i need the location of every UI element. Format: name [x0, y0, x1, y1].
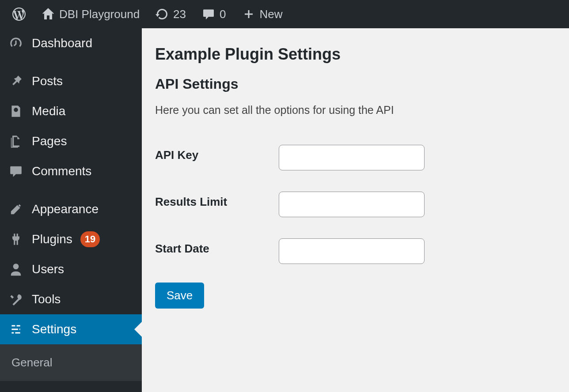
- sidebar-item-label: Users: [32, 262, 64, 276]
- users-icon: [8, 261, 24, 277]
- comments-icon: [8, 163, 24, 179]
- dashboard-icon: [8, 35, 24, 51]
- save-button[interactable]: Save: [155, 283, 204, 309]
- sidebar-item-label: Settings: [32, 322, 76, 336]
- sidebar-item-label: Plugins: [32, 232, 72, 246]
- submenu-item-general[interactable]: General: [0, 351, 142, 375]
- comments-link[interactable]: 0: [194, 0, 234, 28]
- sidebar-item-dashboard[interactable]: Dashboard: [0, 28, 142, 58]
- row-results-limit: Results Limit: [155, 181, 508, 228]
- sidebar-item-label: Comments: [32, 164, 91, 178]
- site-title: DBI Playground: [59, 8, 140, 21]
- sidebar-item-posts[interactable]: Posts: [0, 66, 142, 96]
- sidebar-item-pages[interactable]: Pages: [0, 126, 142, 156]
- sidebar-item-label: Media: [32, 104, 65, 118]
- sidebar-item-label: Appearance: [32, 202, 99, 216]
- appearance-icon: [8, 201, 24, 217]
- new-label: New: [260, 8, 283, 21]
- wp-logo-menu[interactable]: [4, 0, 34, 28]
- settings-icon: [8, 321, 24, 337]
- update-icon: [156, 8, 169, 21]
- site-name-link[interactable]: DBI Playground: [34, 0, 148, 28]
- label-results-limit: Results Limit: [155, 181, 279, 228]
- tools-icon: [8, 291, 24, 307]
- comment-icon: [202, 8, 215, 21]
- page-title: Example Plugin Settings: [155, 45, 556, 64]
- sidebar-item-tools[interactable]: Tools: [0, 284, 142, 314]
- sidebar-item-label: Posts: [32, 74, 63, 88]
- input-api-key[interactable]: [279, 145, 425, 170]
- admin-toolbar: DBI Playground 23 0 New: [0, 0, 569, 28]
- sidebar-item-settings[interactable]: Settings: [0, 314, 142, 344]
- plugin-icon: [8, 231, 24, 247]
- settings-submenu: General: [0, 344, 142, 381]
- sidebar-item-label: Tools: [32, 292, 61, 306]
- label-start-date: Start Date: [155, 228, 279, 275]
- pages-icon: [8, 133, 24, 149]
- sidebar-item-appearance[interactable]: Appearance: [0, 194, 142, 224]
- plus-icon: [242, 8, 255, 21]
- media-icon: [8, 103, 24, 119]
- wordpress-icon: [12, 8, 26, 21]
- label-api-key: API Key: [155, 134, 279, 181]
- pushpin-icon: [8, 73, 24, 89]
- row-api-key: API Key: [155, 134, 508, 181]
- sidebar-item-comments[interactable]: Comments: [0, 156, 142, 186]
- settings-form-table: API Key Results Limit Start Date: [155, 134, 508, 275]
- sidebar-item-plugins[interactable]: Plugins 19: [0, 224, 142, 254]
- sidebar-item-users[interactable]: Users: [0, 254, 142, 284]
- updates-count: 23: [173, 8, 186, 21]
- plugins-update-badge: 19: [80, 231, 100, 247]
- row-start-date: Start Date: [155, 228, 508, 275]
- sidebar-item-label: Dashboard: [32, 36, 92, 50]
- sidebar-item-label: Pages: [32, 134, 67, 148]
- new-content-link[interactable]: New: [234, 0, 291, 28]
- comments-count: 0: [220, 8, 226, 21]
- input-start-date[interactable]: [279, 238, 425, 264]
- input-results-limit[interactable]: [279, 192, 425, 217]
- admin-sidebar: Dashboard Posts Media Pages Commen: [0, 28, 142, 392]
- section-description: Here you can set all the options for usi…: [155, 104, 556, 117]
- section-title: API Settings: [155, 76, 556, 92]
- sidebar-item-media[interactable]: Media: [0, 96, 142, 126]
- content-area: Example Plugin Settings API Settings Her…: [142, 28, 569, 392]
- updates-link[interactable]: 23: [148, 0, 194, 28]
- home-icon: [42, 8, 55, 21]
